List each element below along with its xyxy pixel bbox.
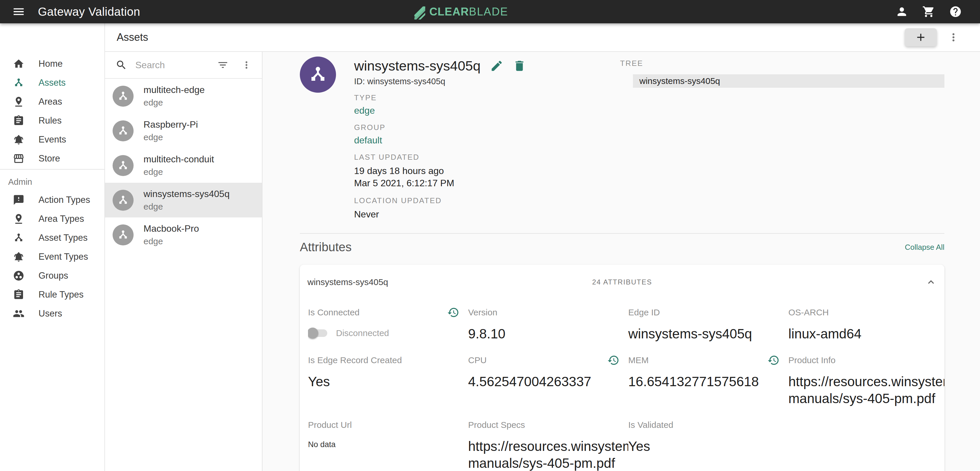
attributes-grid: Is ConnectedDisconnectedVersion9.8.10Edg… <box>300 300 944 471</box>
sidebar-item-label: Rules <box>38 116 62 126</box>
areas-icon <box>13 96 24 108</box>
sidebar-item-area-types[interactable]: Area Types <box>0 209 104 228</box>
store-cart-icon[interactable] <box>922 5 935 18</box>
field-label: TYPE <box>354 93 602 102</box>
history-icon[interactable] <box>607 354 619 366</box>
attr-label: CPU <box>468 355 487 365</box>
sidebar-item-rule-types[interactable]: Rule Types <box>0 285 104 304</box>
asset-icon <box>117 125 129 137</box>
app-bar: Gateway Validation CLEARBLADE <box>0 0 980 23</box>
account-icon[interactable] <box>896 5 908 18</box>
sidebar-item-rules[interactable]: Rules <box>0 111 104 130</box>
search-input[interactable] <box>135 60 217 71</box>
sidebar-item-label: Groups <box>38 271 68 281</box>
list-item-macbook-pro[interactable]: Macbook-Proedge <box>105 217 262 252</box>
is-connected-toggle[interactable] <box>308 329 327 337</box>
attr-value: 9.8.10 <box>468 325 628 342</box>
sidebar-item-assets[interactable]: Assets <box>0 73 104 92</box>
asset-name: winsystems-sys405q <box>143 189 229 199</box>
chevron-up-icon[interactable] <box>925 276 937 288</box>
asset-type: edge <box>143 167 214 177</box>
sidebar-item-label: Asset Types <box>38 233 88 243</box>
sidebar-section-admin: Admin <box>0 170 104 190</box>
users-icon <box>13 308 24 319</box>
assets-icon <box>13 77 24 89</box>
attr-value: winsystems-sys405q <box>628 325 788 342</box>
asset-name: multitech-edge <box>143 84 205 95</box>
attr-label: Edge ID <box>628 308 660 317</box>
asset-type: edge <box>143 236 199 246</box>
edit-icon[interactable] <box>490 59 503 73</box>
search-icon <box>116 59 127 71</box>
attr-label: Product Url <box>308 420 352 430</box>
sidebar-item-groups[interactable]: Groups <box>0 266 104 285</box>
sidebar-item-label: Action Types <box>38 195 90 205</box>
delete-icon[interactable] <box>513 59 526 73</box>
plus-icon <box>915 31 927 43</box>
page-header: Assets <box>105 23 980 52</box>
asset-id-line: ID: winsystems-sys405q <box>354 77 602 86</box>
sidebar-item-event-types[interactable]: Event Types <box>0 247 104 266</box>
attr-value: Yes <box>308 373 468 390</box>
sidebar-item-events[interactable]: Events <box>0 130 104 149</box>
list-item-multitech-conduit[interactable]: multitech-conduitedge <box>105 148 262 183</box>
field-location-updated: LOCATION UPDATEDNever <box>354 196 602 220</box>
attributes-card-header[interactable]: winsystems-sys405q 24 ATTRIBUTES <box>300 265 944 300</box>
field-value-link[interactable]: default <box>354 135 382 146</box>
filter-icon[interactable] <box>217 59 229 71</box>
rule-types-icon <box>13 289 24 300</box>
attr-value: linux-amd64 <box>788 325 944 342</box>
list-item-winsystems-sys405q[interactable]: winsystems-sys405qedge <box>105 183 262 217</box>
avatar <box>113 86 134 107</box>
store-icon <box>13 153 24 164</box>
tree-label: TREE <box>620 59 944 68</box>
sidebar-item-store[interactable]: Store <box>0 149 104 168</box>
help-icon[interactable] <box>949 5 962 18</box>
asset-list: multitech-edgeedgeRaspberry-Piedgemultit… <box>105 79 262 252</box>
attr-label: OS-ARCH <box>788 308 829 317</box>
asset-icon <box>117 194 129 206</box>
attr-label: Version <box>468 308 497 317</box>
attr-cell-os-arch: OS-ARCHlinux-amd64 <box>788 306 944 342</box>
attr-cell-is-connected: Is ConnectedDisconnected <box>308 306 468 342</box>
sidebar-item-action-types[interactable]: Action Types <box>0 190 104 209</box>
sidebar: HomeAssetsAreasRulesEventsStore Admin Ac… <box>0 23 105 471</box>
collapse-all-link[interactable]: Collapse All <box>905 243 944 252</box>
field-value: 19 days 18 hours agoMar 5 2021, 6:12:17 … <box>354 165 602 189</box>
field-last-updated: LAST UPDATED19 days 18 hours agoMar 5 20… <box>354 153 602 189</box>
attr-cell-product-url: Product UrlNo data <box>308 419 468 471</box>
asset-avatar <box>300 57 336 93</box>
list-item-raspberry-pi[interactable]: Raspberry-Piedge <box>105 113 262 148</box>
field-label: LAST UPDATED <box>354 153 602 162</box>
menu-icon[interactable] <box>12 5 25 19</box>
sidebar-item-label: Assets <box>38 78 65 88</box>
sidebar-item-label: Users <box>38 308 62 319</box>
list-item-multitech-edge[interactable]: multitech-edgeedge <box>105 79 262 113</box>
sidebar-item-label: Areas <box>38 97 62 107</box>
asset-list-panel: multitech-edgeedgeRaspberry-Piedgemultit… <box>105 52 262 471</box>
asset-type: edge <box>143 98 205 108</box>
tree-node-selected[interactable]: winsystems-sys405q <box>633 75 944 88</box>
attr-cell-edge-id: Edge IDwinsystems-sys405q <box>628 306 788 342</box>
rules-icon <box>13 115 24 127</box>
page-more-menu[interactable] <box>947 31 959 43</box>
history-icon[interactable] <box>447 306 460 319</box>
sidebar-item-users[interactable]: Users <box>0 304 104 323</box>
sidebar-item-home[interactable]: Home <box>0 54 104 73</box>
sidebar-item-areas[interactable]: Areas <box>0 92 104 111</box>
app-title: Gateway Validation <box>38 5 140 18</box>
sidebar-nav: HomeAssetsAreasRulesEventsStore <box>0 54 104 168</box>
asset-icon <box>307 64 328 85</box>
home-icon <box>13 58 24 70</box>
list-more-menu[interactable] <box>241 59 252 71</box>
add-asset-button[interactable] <box>905 28 937 46</box>
sidebar-item-label: Rule Types <box>38 289 84 300</box>
history-icon[interactable] <box>767 354 780 366</box>
tree-panel: TREE winsystems-sys405q <box>620 54 944 220</box>
sidebar-item-asset-types[interactable]: Asset Types <box>0 228 104 247</box>
toggle-knob <box>308 328 318 339</box>
field-value: Never <box>354 208 602 220</box>
clearblade-logo: CLEARBLADE <box>413 0 508 23</box>
field-value-link[interactable]: edge <box>354 105 375 116</box>
sidebar-item-label: Home <box>38 59 63 69</box>
